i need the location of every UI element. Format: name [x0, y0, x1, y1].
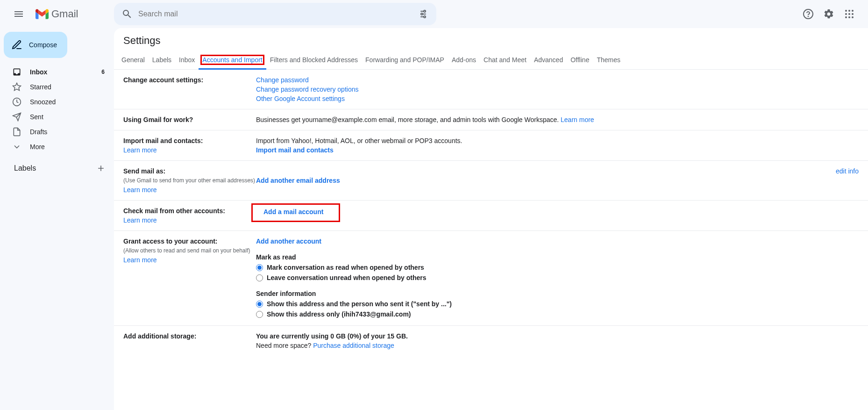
- section-grant-access: Grant access to your account: (Allow oth…: [114, 231, 868, 326]
- tab-themes[interactable]: Themes: [593, 51, 624, 69]
- tab-forwarding-and-pop-imap[interactable]: Forwarding and POP/IMAP: [362, 51, 448, 69]
- search-icon[interactable]: [118, 5, 136, 23]
- chevron-down-icon: [12, 142, 21, 151]
- main-menu-icon[interactable]: [7, 3, 30, 25]
- using-work-desc: Businesses get yourname@example.com emai…: [256, 116, 561, 123]
- tab-offline[interactable]: Offline: [567, 51, 593, 69]
- section-using-work: Using Gmail for work? Businesses get you…: [114, 109, 868, 130]
- import-mail-desc: Import from Yahoo!, Hotmail, AOL, or oth…: [256, 136, 859, 145]
- nav-label: More: [30, 143, 105, 151]
- apps-icon[interactable]: [840, 5, 859, 23]
- leave-unread-label: Leave conversation unread when opened by…: [267, 273, 427, 282]
- show-both-radio[interactable]: [256, 301, 263, 308]
- nav-item-snoozed[interactable]: Snoozed: [4, 94, 110, 109]
- send-mail-as-label: Send mail as:: [123, 166, 256, 176]
- settings-tabs: GeneralLabelsInboxAccounts and ImportFil…: [114, 51, 868, 70]
- file-icon: [12, 127, 21, 137]
- tab-inbox[interactable]: Inbox: [175, 51, 199, 69]
- section-storage: Add additional storage: You are currentl…: [114, 326, 868, 356]
- compose-button[interactable]: Compose: [4, 32, 67, 58]
- storage-desc: You are currently using 0 GB (0%) of you…: [256, 331, 859, 341]
- svg-point-2: [424, 16, 426, 18]
- workspace-learn-more-link[interactable]: Learn more: [561, 116, 594, 123]
- nav-label: Drafts: [30, 128, 105, 136]
- logo-text: Gmail: [51, 8, 78, 20]
- nav-item-more[interactable]: More: [4, 139, 110, 154]
- grant-access-label: Grant access to your account:: [123, 237, 256, 246]
- nav-item-inbox[interactable]: Inbox6: [4, 65, 110, 79]
- add-label-icon[interactable]: [95, 163, 107, 174]
- send-icon: [12, 112, 21, 122]
- tab-filters-and-blocked-addresses[interactable]: Filters and Blocked Addresses: [266, 51, 362, 69]
- section-check-mail: Check mail from other accounts: Learn mo…: [114, 201, 868, 231]
- nav-item-drafts[interactable]: Drafts: [4, 124, 110, 139]
- nav-label: Inbox: [30, 68, 93, 76]
- show-both-label: Show this address and the person who sen…: [267, 299, 452, 309]
- support-icon[interactable]: [799, 5, 818, 23]
- add-mail-account-link[interactable]: Add a mail account: [263, 208, 323, 216]
- svg-marker-14: [13, 83, 21, 91]
- change-password-link[interactable]: Change password: [256, 76, 309, 84]
- app-header: Gmail: [0, 0, 868, 28]
- show-only-radio[interactable]: [256, 311, 263, 318]
- tab-add-ons[interactable]: Add-ons: [448, 51, 480, 69]
- header-right: [799, 5, 861, 23]
- tab-general[interactable]: General: [118, 51, 149, 69]
- svg-point-13: [852, 16, 854, 18]
- using-work-label: Using Gmail for work?: [123, 115, 256, 124]
- other-account-settings-link[interactable]: Other Google Account settings: [256, 95, 345, 102]
- tab-labels[interactable]: Labels: [149, 51, 175, 69]
- storage-label: Add additional storage:: [123, 331, 256, 341]
- search-wrap: [114, 3, 799, 25]
- import-mail-action[interactable]: Import mail and contacts: [256, 146, 334, 154]
- leave-unread-radio[interactable]: [256, 274, 263, 281]
- svg-point-1: [421, 13, 423, 15]
- svg-point-7: [852, 10, 854, 12]
- add-another-account-link[interactable]: Add another account: [256, 237, 321, 245]
- nav-list: Inbox6StarredSnoozedSentDraftsMore: [4, 65, 114, 154]
- gmail-logo[interactable]: Gmail: [34, 8, 78, 20]
- show-only-label: Show this address only (ihih7433@gmail.c…: [267, 309, 411, 319]
- edit-info-link[interactable]: edit info: [836, 167, 859, 175]
- import-mail-label: Import mail and contacts:: [123, 136, 256, 145]
- labels-heading: Labels: [4, 154, 114, 174]
- tab-accounts-and-import[interactable]: Accounts and Import: [199, 51, 266, 70]
- labels-heading-text: Labels: [14, 164, 36, 173]
- mark-as-read-header: Mark as read: [256, 252, 859, 262]
- import-learn-more-link[interactable]: Learn more: [123, 146, 157, 154]
- settings-title: Settings: [114, 28, 868, 51]
- search-bar[interactable]: [114, 3, 436, 25]
- svg-point-0: [424, 10, 426, 12]
- grant-access-learn-more-link[interactable]: Learn more: [123, 256, 157, 264]
- nav-label: Snoozed: [30, 98, 105, 106]
- check-mail-label: Check mail from other accounts:: [123, 206, 256, 216]
- nav-item-starred[interactable]: Starred: [4, 79, 110, 94]
- search-input[interactable]: [136, 10, 414, 18]
- check-mail-learn-more-link[interactable]: Learn more: [123, 216, 157, 224]
- send-mail-learn-more-link[interactable]: Learn more: [123, 186, 157, 194]
- tab-chat-and-meet[interactable]: Chat and Meet: [480, 51, 530, 69]
- nav-label: Sent: [30, 113, 105, 121]
- compose-label: Compose: [29, 41, 57, 49]
- send-mail-as-sub: (Use Gmail to send from your other email…: [123, 176, 256, 185]
- sender-info-header: Sender information: [256, 289, 859, 298]
- change-recovery-link[interactable]: Change password recovery options: [256, 86, 358, 93]
- grant-access-sub: (Allow others to read and send mail on y…: [123, 246, 256, 255]
- search-options-icon[interactable]: [414, 5, 433, 23]
- svg-point-9: [848, 13, 850, 15]
- svg-point-4: [808, 16, 809, 17]
- clock-icon: [12, 97, 21, 107]
- add-email-address-link[interactable]: Add another email address: [256, 176, 340, 185]
- nav-label: Starred: [30, 83, 105, 91]
- mark-read-radio[interactable]: [256, 264, 263, 271]
- purchase-storage-link[interactable]: Purchase additional storage: [313, 342, 394, 349]
- tab-advanced[interactable]: Advanced: [530, 51, 567, 69]
- svg-point-5: [845, 10, 847, 12]
- mark-read-label: Mark conversation as read when opened by…: [267, 263, 424, 272]
- change-account-label: Change account settings:: [123, 75, 256, 85]
- settings-icon[interactable]: [819, 5, 838, 23]
- nav-item-sent[interactable]: Sent: [4, 109, 110, 124]
- main-content: Settings GeneralLabelsInboxAccounts and …: [114, 28, 868, 410]
- sidebar: Compose Inbox6StarredSnoozedSentDraftsMo…: [0, 28, 114, 410]
- section-import-mail: Import mail and contacts: Learn more Imp…: [114, 130, 868, 161]
